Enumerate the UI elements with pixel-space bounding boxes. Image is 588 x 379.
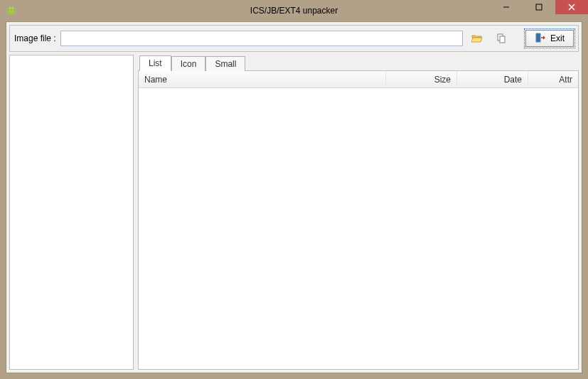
list-body[interactable] xyxy=(139,88,578,369)
right-pane: List Icon Small Name Size Date Attr xyxy=(138,55,579,370)
svg-rect-13 xyxy=(536,33,540,42)
svg-point-1 xyxy=(9,8,10,9)
android-icon xyxy=(6,5,17,16)
svg-rect-12 xyxy=(500,36,505,43)
column-attr[interactable]: Attr xyxy=(528,71,578,87)
exit-door-icon xyxy=(535,32,546,46)
exit-button[interactable]: Exit xyxy=(525,30,574,47)
column-name[interactable]: Name xyxy=(139,71,386,87)
view-tabs: List Icon Small xyxy=(138,55,579,70)
maximize-button[interactable] xyxy=(523,0,555,14)
image-file-label: Image file : xyxy=(14,33,56,43)
tab-icon[interactable]: Icon xyxy=(171,56,206,71)
minimize-button[interactable] xyxy=(490,0,523,14)
client-area: Image file : Exit xyxy=(6,21,582,373)
titlebar[interactable]: ICS/JB/EXT4 unpacker xyxy=(0,0,588,21)
svg-point-2 xyxy=(12,8,13,9)
body-area: List Icon Small Name Size Date Attr xyxy=(9,55,579,370)
window-controls xyxy=(490,0,588,14)
svg-line-6 xyxy=(13,6,14,8)
tab-small[interactable]: Small xyxy=(205,56,245,71)
close-button[interactable] xyxy=(555,0,588,14)
exit-button-label: Exit xyxy=(550,33,565,43)
svg-line-5 xyxy=(9,6,10,8)
image-file-input[interactable] xyxy=(60,31,463,46)
column-size[interactable]: Size xyxy=(386,71,457,87)
column-date[interactable]: Date xyxy=(457,71,528,87)
svg-rect-4 xyxy=(15,9,16,13)
open-file-button[interactable] xyxy=(467,30,487,47)
copy-button[interactable] xyxy=(491,30,511,47)
list-header: Name Size Date Attr xyxy=(139,71,578,88)
toolbar: Image file : Exit xyxy=(9,25,579,52)
file-list: Name Size Date Attr xyxy=(138,70,579,370)
svg-rect-8 xyxy=(536,4,542,10)
tree-pane[interactable] xyxy=(9,55,134,370)
svg-rect-3 xyxy=(7,9,9,13)
svg-rect-0 xyxy=(9,9,14,14)
tab-list[interactable]: List xyxy=(139,55,171,71)
